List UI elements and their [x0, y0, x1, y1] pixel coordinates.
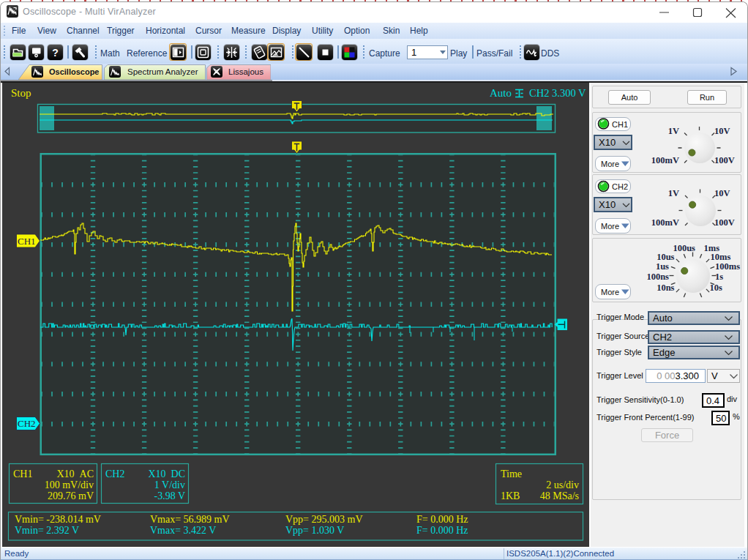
svg-text:F= 0.000 Hz: F= 0.000 Hz	[416, 514, 468, 525]
svg-text:1KB: 1KB	[501, 490, 520, 501]
svg-text:CH1: CH1	[18, 236, 36, 247]
svg-text:1 V/div: 1 V/div	[154, 479, 185, 490]
svg-text:Time: Time	[501, 468, 522, 479]
svg-text:2 us/div: 2 us/div	[546, 479, 579, 490]
svg-text:48 MSa/s: 48 MSa/s	[540, 490, 579, 501]
svg-text:Vpp= 295.003 mV: Vpp= 295.003 mV	[285, 514, 363, 525]
svg-text:F= 0.000 Hz: F= 0.000 Hz	[416, 525, 468, 536]
svg-text:CH1: CH1	[13, 468, 32, 479]
svg-text:Auto: Auto	[490, 87, 512, 99]
svg-text:Vmax= 56.989 mV: Vmax= 56.989 mV	[150, 514, 230, 525]
svg-text:209.76 mV: 209.76 mV	[48, 490, 94, 501]
svg-text:CH2 3.300 V: CH2 3.300 V	[529, 87, 586, 99]
svg-text:100 mV/div: 100 mV/div	[45, 479, 94, 490]
svg-text:Vpp= 1.030 V: Vpp= 1.030 V	[285, 525, 344, 536]
svg-text:Stop: Stop	[11, 87, 31, 99]
svg-text:-3.98 V: -3.98 V	[154, 490, 185, 501]
svg-text:CH2: CH2	[18, 418, 36, 429]
svg-text:X10 DC: X10 DC	[148, 468, 185, 479]
svg-text:Vmax= 3.422 V: Vmax= 3.422 V	[150, 525, 216, 536]
svg-text:X10 AC: X10 AC	[56, 468, 94, 479]
svg-text:CH2: CH2	[105, 468, 124, 479]
svg-text:Vmin= 2.392 V: Vmin= 2.392 V	[15, 525, 79, 536]
svg-text:Vmin= -238.014 mV: Vmin= -238.014 mV	[15, 514, 101, 525]
